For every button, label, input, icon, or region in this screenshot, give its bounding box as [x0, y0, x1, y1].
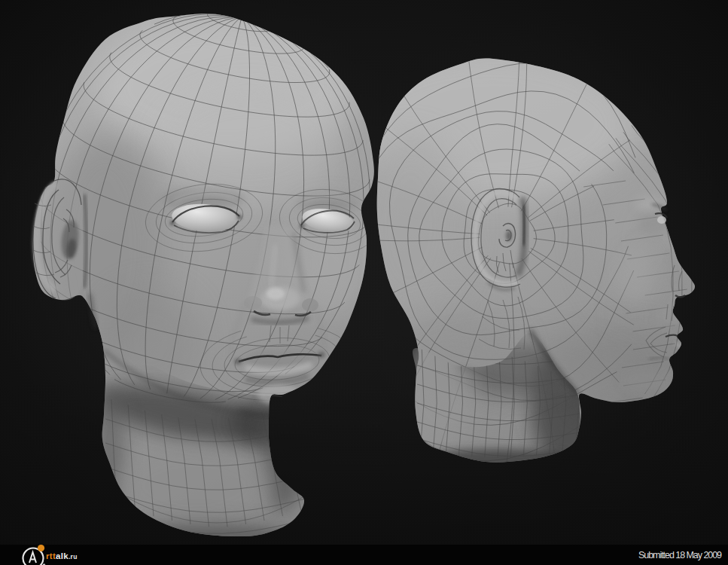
- svg-text:Submitted 18 May 2009: Submitted 18 May 2009: [638, 550, 722, 560]
- svg-text:rttalk.ru: rttalk.ru: [46, 551, 78, 560]
